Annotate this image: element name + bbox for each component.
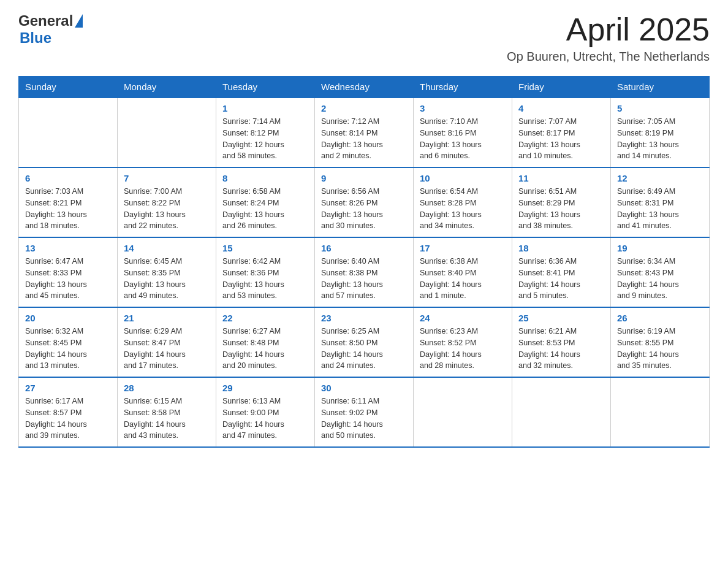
calendar-cell: 5Sunrise: 7:05 AMSunset: 8:19 PMDaylight… — [611, 98, 710, 167]
day-info: Sunrise: 7:07 AMSunset: 8:17 PMDaylight:… — [518, 116, 604, 162]
day-number: 20 — [25, 313, 111, 323]
day-info: Sunrise: 6:38 AMSunset: 8:40 PMDaylight:… — [420, 256, 506, 302]
day-number: 7 — [124, 173, 210, 183]
day-of-week-header: Friday — [512, 77, 611, 98]
day-number: 11 — [518, 173, 604, 183]
calendar-week-row: 27Sunrise: 6:17 AMSunset: 8:57 PMDayligh… — [19, 377, 710, 447]
day-number: 27 — [25, 383, 111, 393]
location-title: Op Buuren, Utrecht, The Netherlands — [507, 50, 710, 64]
day-number: 25 — [518, 313, 604, 323]
calendar-week-row: 1Sunrise: 7:14 AMSunset: 8:12 PMDaylight… — [19, 98, 710, 167]
day-of-week-header: Tuesday — [216, 77, 315, 98]
day-number: 15 — [222, 243, 308, 253]
month-title: April 2025 — [507, 12, 710, 47]
calendar-cell: 30Sunrise: 6:11 AMSunset: 9:02 PMDayligh… — [315, 377, 414, 447]
day-number: 17 — [420, 243, 506, 253]
day-number: 5 — [617, 103, 703, 113]
day-of-week-header: Thursday — [414, 77, 512, 98]
day-info: Sunrise: 6:34 AMSunset: 8:43 PMDaylight:… — [617, 256, 703, 302]
calendar-cell: 29Sunrise: 6:13 AMSunset: 9:00 PMDayligh… — [216, 377, 315, 447]
day-info: Sunrise: 6:19 AMSunset: 8:55 PMDaylight:… — [617, 326, 703, 372]
calendar-cell: 10Sunrise: 6:54 AMSunset: 8:28 PMDayligh… — [414, 167, 512, 237]
day-number: 24 — [420, 313, 506, 323]
calendar-table: SundayMondayTuesdayWednesdayThursdayFrid… — [18, 76, 710, 448]
day-of-week-header: Saturday — [611, 77, 710, 98]
day-number: 26 — [617, 313, 703, 323]
day-number: 22 — [222, 313, 308, 323]
calendar-cell: 2Sunrise: 7:12 AMSunset: 8:14 PMDaylight… — [315, 98, 414, 167]
day-info: Sunrise: 7:03 AMSunset: 8:21 PMDaylight:… — [25, 186, 111, 232]
calendar-cell: 1Sunrise: 7:14 AMSunset: 8:12 PMDaylight… — [216, 98, 315, 167]
day-number: 29 — [222, 383, 308, 393]
calendar-cell: 20Sunrise: 6:32 AMSunset: 8:45 PMDayligh… — [19, 307, 118, 377]
calendar-cell — [512, 377, 611, 447]
calendar-week-row: 6Sunrise: 7:03 AMSunset: 8:21 PMDaylight… — [19, 167, 710, 237]
day-info: Sunrise: 6:49 AMSunset: 8:31 PMDaylight:… — [617, 186, 703, 232]
calendar-cell: 18Sunrise: 6:36 AMSunset: 8:41 PMDayligh… — [512, 237, 611, 307]
logo: General Blue — [18, 12, 83, 47]
calendar-header: SundayMondayTuesdayWednesdayThursdayFrid… — [19, 77, 710, 98]
day-info: Sunrise: 6:47 AMSunset: 8:33 PMDaylight:… — [25, 256, 111, 302]
day-info: Sunrise: 6:56 AMSunset: 8:26 PMDaylight:… — [321, 186, 407, 232]
days-of-week-row: SundayMondayTuesdayWednesdayThursdayFrid… — [19, 77, 710, 98]
calendar-cell: 4Sunrise: 7:07 AMSunset: 8:17 PMDaylight… — [512, 98, 611, 167]
day-info: Sunrise: 6:45 AMSunset: 8:35 PMDaylight:… — [124, 256, 210, 302]
day-of-week-header: Wednesday — [315, 77, 414, 98]
day-number: 13 — [25, 243, 111, 253]
calendar-cell: 11Sunrise: 6:51 AMSunset: 8:29 PMDayligh… — [512, 167, 611, 237]
calendar-cell: 17Sunrise: 6:38 AMSunset: 8:40 PMDayligh… — [414, 237, 512, 307]
calendar-cell: 6Sunrise: 7:03 AMSunset: 8:21 PMDaylight… — [19, 167, 118, 237]
calendar-cell: 19Sunrise: 6:34 AMSunset: 8:43 PMDayligh… — [611, 237, 710, 307]
day-info: Sunrise: 6:58 AMSunset: 8:24 PMDaylight:… — [222, 186, 308, 232]
calendar-week-row: 13Sunrise: 6:47 AMSunset: 8:33 PMDayligh… — [19, 237, 710, 307]
day-of-week-header: Sunday — [19, 77, 118, 98]
day-of-week-header: Monday — [118, 77, 216, 98]
day-number: 19 — [617, 243, 703, 253]
day-number: 10 — [420, 173, 506, 183]
day-info: Sunrise: 7:10 AMSunset: 8:16 PMDaylight:… — [420, 116, 506, 162]
logo-general-text: General — [18, 12, 73, 29]
title-section: April 2025 Op Buuren, Utrecht, The Nethe… — [507, 12, 710, 64]
day-info: Sunrise: 6:51 AMSunset: 8:29 PMDaylight:… — [518, 186, 604, 232]
calendar-cell: 14Sunrise: 6:45 AMSunset: 8:35 PMDayligh… — [118, 237, 216, 307]
calendar-cell: 7Sunrise: 7:00 AMSunset: 8:22 PMDaylight… — [118, 167, 216, 237]
calendar-week-row: 20Sunrise: 6:32 AMSunset: 8:45 PMDayligh… — [19, 307, 710, 377]
calendar-cell: 21Sunrise: 6:29 AMSunset: 8:47 PMDayligh… — [118, 307, 216, 377]
calendar-cell: 13Sunrise: 6:47 AMSunset: 8:33 PMDayligh… — [19, 237, 118, 307]
day-info: Sunrise: 6:54 AMSunset: 8:28 PMDaylight:… — [420, 186, 506, 232]
calendar-cell — [118, 98, 216, 167]
day-info: Sunrise: 6:11 AMSunset: 9:02 PMDaylight:… — [321, 396, 407, 442]
day-info: Sunrise: 6:21 AMSunset: 8:53 PMDaylight:… — [518, 326, 604, 372]
day-number: 28 — [124, 383, 210, 393]
day-number: 16 — [321, 243, 407, 253]
day-number: 14 — [124, 243, 210, 253]
day-number: 1 — [222, 103, 308, 113]
day-number: 8 — [222, 173, 308, 183]
calendar-cell: 15Sunrise: 6:42 AMSunset: 8:36 PMDayligh… — [216, 237, 315, 307]
day-info: Sunrise: 7:00 AMSunset: 8:22 PMDaylight:… — [124, 186, 210, 232]
day-number: 21 — [124, 313, 210, 323]
day-number: 4 — [518, 103, 604, 113]
day-number: 2 — [321, 103, 407, 113]
day-number: 23 — [321, 313, 407, 323]
day-info: Sunrise: 7:14 AMSunset: 8:12 PMDaylight:… — [222, 116, 308, 162]
calendar-cell — [611, 377, 710, 447]
day-number: 9 — [321, 173, 407, 183]
day-info: Sunrise: 6:27 AMSunset: 8:48 PMDaylight:… — [222, 326, 308, 372]
day-number: 18 — [518, 243, 604, 253]
day-info: Sunrise: 6:23 AMSunset: 8:52 PMDaylight:… — [420, 326, 506, 372]
day-info: Sunrise: 6:25 AMSunset: 8:50 PMDaylight:… — [321, 326, 407, 372]
day-info: Sunrise: 6:17 AMSunset: 8:57 PMDaylight:… — [25, 396, 111, 442]
page-header: General Blue April 2025 Op Buuren, Utrec… — [18, 12, 710, 64]
calendar-cell: 16Sunrise: 6:40 AMSunset: 8:38 PMDayligh… — [315, 237, 414, 307]
calendar-cell: 23Sunrise: 6:25 AMSunset: 8:50 PMDayligh… — [315, 307, 414, 377]
calendar-cell: 25Sunrise: 6:21 AMSunset: 8:53 PMDayligh… — [512, 307, 611, 377]
calendar-cell: 26Sunrise: 6:19 AMSunset: 8:55 PMDayligh… — [611, 307, 710, 377]
day-info: Sunrise: 6:40 AMSunset: 8:38 PMDaylight:… — [321, 256, 407, 302]
day-number: 3 — [420, 103, 506, 113]
logo-triangle-icon — [75, 14, 83, 28]
day-info: Sunrise: 7:05 AMSunset: 8:19 PMDaylight:… — [617, 116, 703, 162]
calendar-body: 1Sunrise: 7:14 AMSunset: 8:12 PMDaylight… — [19, 98, 710, 447]
day-number: 12 — [617, 173, 703, 183]
day-info: Sunrise: 6:29 AMSunset: 8:47 PMDaylight:… — [124, 326, 210, 372]
